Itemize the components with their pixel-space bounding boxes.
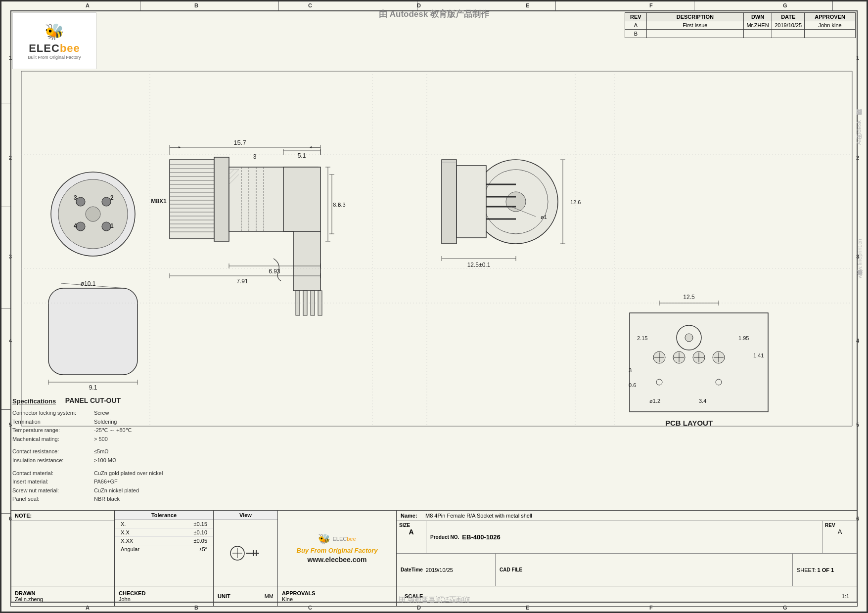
- specs-title: Specifications: [12, 397, 190, 405]
- row-1-right: 1: [853, 55, 863, 61]
- logo-subtitle: Built From Original Factory: [28, 55, 81, 60]
- scale-label: SCALE: [405, 593, 423, 599]
- spec-label-5: Contact resistance:: [12, 447, 94, 456]
- svg-rect-66: [442, 160, 457, 244]
- svg-point-89: [86, 207, 100, 221]
- svg-point-87: [76, 222, 85, 231]
- sheet-val: 1 OF 1: [818, 567, 834, 573]
- spec-val-10: NBR black: [94, 495, 120, 504]
- svg-text:ø1: ø1: [541, 214, 547, 220]
- unit-label: UNIT: [218, 593, 230, 599]
- approvals-label: APPROVALS: [282, 590, 316, 596]
- svg-text:12.5: 12.5: [683, 294, 695, 301]
- svg-text:12.5±0.1: 12.5±0.1: [467, 262, 491, 268]
- product-no-val: EB-400-1026: [462, 533, 500, 541]
- note-content: [11, 521, 114, 586]
- spec-val-1: Screw: [94, 409, 109, 418]
- svg-text:7.91: 7.91: [236, 278, 248, 285]
- svg-text:6.3: 6.3: [338, 202, 345, 208]
- logo-area: 🐝 ELECbee Built From Original Factory: [12, 12, 96, 69]
- svg-text:3.4: 3.4: [699, 398, 706, 404]
- view-symbol: [228, 543, 263, 563]
- watermark-right-2: 试用版本创建 www.fineprint.cn: [856, 239, 864, 280]
- col-b: B: [194, 2, 198, 8]
- datetime-label: DateTime: [401, 567, 423, 572]
- drawing-sheet: A B C D E F G A B C D E F G 1 2 3 4 5 6 …: [0, 0, 868, 613]
- approvals-val: Kine: [282, 596, 392, 602]
- spec-val-7: CuZn gold plated over nickel: [94, 469, 163, 478]
- svg-text:3: 3: [629, 367, 632, 373]
- svg-text:3: 3: [74, 194, 77, 201]
- spec-label-4: Machenical mating:: [12, 435, 94, 444]
- name-val: M8 4Pin Female R/A Socket with metal she…: [425, 513, 532, 519]
- tol-x-label: X.: [121, 521, 126, 527]
- svg-text:12.6: 12.6: [570, 199, 581, 205]
- svg-text:3: 3: [253, 153, 257, 160]
- main-drawing: 15.7 5.1 3 M8X1 6.93 7.91: [11, 71, 857, 427]
- tolerance-header: Tolerance: [115, 511, 213, 520]
- size-label: SIZE: [399, 523, 423, 528]
- spec-val-8: PA66+GF: [94, 478, 118, 486]
- drawn-val: Zelin.zheng: [15, 596, 110, 602]
- svg-text:1.41: 1.41: [753, 352, 764, 358]
- scale-val: 1:1: [842, 593, 849, 599]
- brand-tagline: Buy From Original Factory: [297, 547, 378, 554]
- svg-text:0.6: 0.6: [629, 382, 636, 388]
- svg-rect-22: [293, 231, 320, 291]
- svg-text:4: 4: [74, 222, 77, 229]
- size-val: A: [399, 528, 423, 536]
- unit-val: MM: [265, 593, 274, 599]
- svg-point-88: [102, 222, 111, 231]
- tol-xxx-val: ±0.05: [194, 538, 207, 544]
- spec-label-8: Insert material:: [12, 478, 94, 486]
- note-label: NOTE:: [11, 511, 114, 521]
- tol-xxx-label: X.XX: [121, 538, 133, 544]
- spec-val-5: ≤5mΩ: [94, 447, 109, 456]
- svg-rect-21: [283, 167, 320, 231]
- svg-text:5.1: 5.1: [298, 152, 306, 159]
- tol-x-val: ±0.15: [194, 521, 207, 527]
- spec-val-6: >100 MΩ: [94, 456, 116, 465]
- sheet-info: SHEET:: [797, 567, 818, 573]
- svg-text:2.15: 2.15: [637, 335, 647, 341]
- svg-text:ø1.2: ø1.2: [649, 398, 660, 404]
- svg-point-85: [76, 197, 85, 206]
- svg-text:PCB  LAYOUT: PCB LAYOUT: [665, 419, 713, 427]
- svg-text:M8X1: M8X1: [151, 198, 167, 205]
- rev-val: A: [825, 528, 855, 535]
- specifications-section: Specifications Connector locking system:…: [12, 397, 190, 504]
- checked-label: CHECKED: [119, 590, 145, 596]
- tol-xx-label: X.X: [121, 529, 130, 535]
- svg-text:1: 1: [110, 222, 114, 229]
- tol-ang-val: ±5°: [199, 546, 207, 552]
- spec-label-6: Insulation resistance:: [12, 456, 94, 465]
- svg-text:1.95: 1.95: [738, 335, 749, 341]
- svg-point-86: [102, 197, 111, 206]
- svg-text:ø10.1: ø10.1: [81, 280, 96, 287]
- svg-text:9.1: 9.1: [89, 384, 97, 391]
- tol-xx-val: ±0.10: [194, 529, 207, 535]
- datetime-val: 2019/10/25: [426, 567, 453, 573]
- svg-rect-67: [457, 166, 486, 238]
- col-e: E: [526, 2, 529, 8]
- spec-label-1: Connector locking system:: [12, 409, 94, 418]
- col-f: F: [649, 2, 653, 8]
- name-label: Name:: [401, 513, 425, 519]
- svg-text:2: 2: [110, 194, 114, 201]
- col-c: C: [308, 2, 312, 8]
- drawn-label: DRAWN: [15, 590, 36, 596]
- cad-file-label: CAD FILE: [500, 567, 522, 572]
- col-g: G: [783, 2, 787, 8]
- checked-val: John: [119, 596, 209, 602]
- logo-bee-icon: 🐝: [45, 22, 64, 41]
- spec-val-3: -25℃ ～ +80℃: [94, 426, 132, 435]
- spec-label-9: Screw nut material:: [12, 486, 94, 495]
- svg-rect-94: [48, 288, 137, 375]
- svg-text:6.93: 6.93: [269, 268, 280, 275]
- svg-rect-19: [214, 157, 229, 241]
- spec-val-2: Soldering: [94, 418, 117, 427]
- rev-label: REV: [825, 523, 855, 528]
- bottom-title-block: NOTE: Tolerance X. ±0.15 X.X ±0.10 X.XX …: [10, 510, 858, 607]
- spec-label-3: Temperature range:: [12, 426, 94, 435]
- spec-label-10: Panel seal:: [12, 495, 94, 504]
